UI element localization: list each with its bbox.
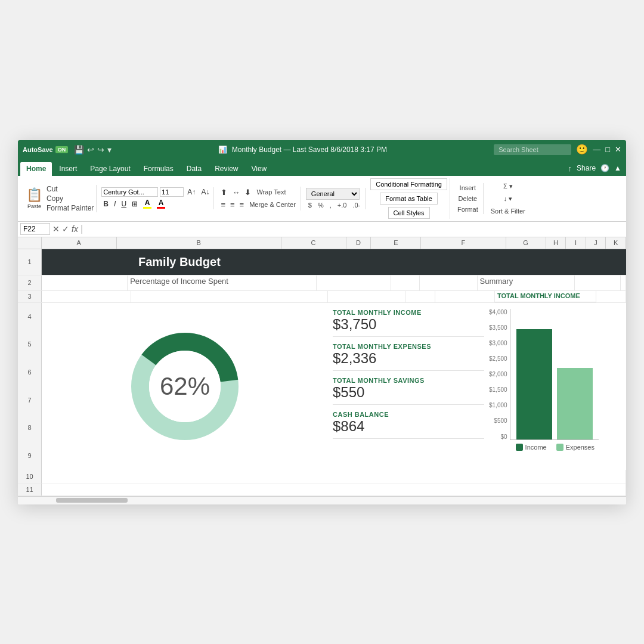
maximize-icon[interactable]: □ <box>605 145 610 154</box>
search-input[interactable] <box>494 144 571 155</box>
decrease-font-button[interactable]: A↓ <box>199 187 211 197</box>
cell-g2[interactable] <box>575 275 621 290</box>
tab-review[interactable]: Review <box>209 162 244 176</box>
percent-button[interactable]: % <box>315 201 326 209</box>
cell-b2[interactable]: Percentage of Income Spent <box>128 275 317 290</box>
formula-insert-icon[interactable]: fx <box>72 224 78 234</box>
row-number-1: 1 <box>18 249 42 275</box>
cut-button[interactable]: Cut <box>47 185 94 193</box>
cell-c2[interactable] <box>317 275 391 290</box>
cell-f2[interactable]: Summary <box>478 275 575 290</box>
copy-button[interactable]: Copy <box>47 194 94 203</box>
col-header-j[interactable]: J <box>586 237 606 249</box>
col-header-i[interactable]: I <box>566 237 586 249</box>
minimize-icon[interactable]: — <box>593 145 600 154</box>
formula-confirm-icon[interactable]: ✓ <box>62 224 69 234</box>
formula-input[interactable] <box>85 225 624 233</box>
collapse-icon[interactable]: ▲ <box>614 164 621 172</box>
font-color-button[interactable]: A <box>155 198 167 209</box>
account-icon[interactable]: 🙂 <box>576 144 588 155</box>
conditional-formatting-button[interactable]: Conditional Formatting <box>370 178 447 190</box>
merge-center-button[interactable]: Merge & Center <box>247 200 298 209</box>
format-button[interactable]: Format <box>455 205 481 214</box>
row-numbers-4-9: 4 5 6 7 8 9 <box>18 303 42 470</box>
table-row: 10 <box>18 470 626 484</box>
dollar-button[interactable]: $ <box>306 201 314 209</box>
undo-icon[interactable]: ↩ <box>87 145 94 154</box>
tab-page-layout[interactable]: Page Layout <box>84 162 136 176</box>
bars-row <box>510 309 599 440</box>
horizontal-scrollbar[interactable] <box>18 496 626 504</box>
cell-c3[interactable] <box>328 291 405 302</box>
number-format-select[interactable]: General <box>306 188 360 200</box>
align-middle-button[interactable]: ↔ <box>230 187 242 198</box>
share-label[interactable]: Share <box>577 164 596 172</box>
cell-e2[interactable] <box>420 275 477 290</box>
increase-decimal-button[interactable]: +.0 <box>335 201 349 209</box>
save-icon[interactable]: 💾 <box>74 145 84 154</box>
cell-a2[interactable] <box>42 275 128 290</box>
cell-row11[interactable] <box>42 484 626 496</box>
close-icon[interactable]: ✕ <box>615 145 621 154</box>
tab-view[interactable]: View <box>245 162 273 176</box>
cell-d2[interactable] <box>391 275 420 290</box>
paste-button[interactable]: 📋 Paste <box>24 186 45 210</box>
col-header-g[interactable]: G <box>506 237 546 249</box>
decrease-decimal-button[interactable]: .0- <box>350 201 363 209</box>
cell-a3[interactable] <box>42 291 131 302</box>
align-left-button[interactable]: ≡ <box>219 199 227 210</box>
redo-icon[interactable]: ↪ <box>97 145 104 154</box>
fill-color-button[interactable]: A <box>141 198 153 209</box>
history-icon[interactable]: 🕐 <box>600 164 609 172</box>
scrollbar-thumb[interactable] <box>56 498 128 503</box>
tab-home[interactable]: Home <box>20 162 52 176</box>
align-center-button[interactable]: ≡ <box>228 199 237 210</box>
align-bottom-button[interactable]: ⬇ <box>243 187 253 198</box>
autosum-button[interactable]: Σ ▾ <box>501 181 515 191</box>
col-header-c[interactable]: C <box>281 237 346 249</box>
col-header-a[interactable]: A <box>42 237 117 249</box>
cell-e3[interactable] <box>435 291 495 302</box>
autosave-toggle[interactable]: ON <box>55 146 69 153</box>
cell-d3[interactable] <box>405 291 435 302</box>
title-bar-icons: 💾 ↩ ↪ ▾ <box>74 145 112 154</box>
insert-button[interactable]: Insert <box>455 183 481 193</box>
border-button[interactable]: ⊞ <box>130 199 140 209</box>
italic-button[interactable]: I <box>112 199 117 209</box>
font-name-input[interactable] <box>101 187 158 197</box>
cell-row10[interactable] <box>42 470 626 484</box>
fill-button[interactable]: ↓ ▾ <box>501 194 515 204</box>
tab-data[interactable]: Data <box>181 162 208 176</box>
col-header-e[interactable]: E <box>371 237 421 249</box>
formula-cancel-icon[interactable]: ✕ <box>52 224 60 234</box>
sort-filter-button[interactable]: Sort & Filter <box>488 206 528 216</box>
customize-icon[interactable]: ▾ <box>107 145 112 154</box>
income-legend-item: Income <box>516 444 547 451</box>
format-as-table-button[interactable]: Format as Table <box>380 193 438 205</box>
cell-b3[interactable] <box>131 291 328 302</box>
align-right-button[interactable]: ≡ <box>238 199 246 210</box>
font-size-input[interactable] <box>160 187 184 197</box>
wrap-text-button[interactable]: Wrap Text <box>254 187 288 197</box>
comma-button[interactable]: , <box>327 201 334 209</box>
align-top-button[interactable]: ⬆ <box>219 187 229 198</box>
underline-button[interactable]: U <box>119 199 128 209</box>
increase-font-button[interactable]: A↑ <box>185 187 197 197</box>
expenses-summary-item: TOTAL MONTHLY EXPENSES $2,336 <box>333 343 484 371</box>
cell-styles-button[interactable]: Cell Styles <box>388 207 430 219</box>
title-bar-left: AutoSave ON 💾 ↩ ↪ ▾ <box>23 145 112 154</box>
col-header-f[interactable]: F <box>421 237 506 249</box>
tab-insert[interactable]: Insert <box>53 162 83 176</box>
bold-button[interactable]: B <box>101 199 110 209</box>
tab-formulas[interactable]: Formulas <box>138 162 179 176</box>
col-header-d[interactable]: D <box>346 237 371 249</box>
col-header-h[interactable]: H <box>546 237 566 249</box>
cell-income-label[interactable]: TOTAL MONTHLY INCOME <box>495 291 596 302</box>
cell-reference-input[interactable] <box>20 223 50 235</box>
format-painter-button[interactable]: Format Painter <box>47 204 94 212</box>
cell-rest-2[interactable] <box>621 275 626 290</box>
cell-chart-row3[interactable] <box>596 291 626 302</box>
col-header-k[interactable]: K <box>606 237 626 249</box>
col-header-b[interactable]: B <box>117 237 281 249</box>
delete-button[interactable]: Delete <box>455 194 481 203</box>
